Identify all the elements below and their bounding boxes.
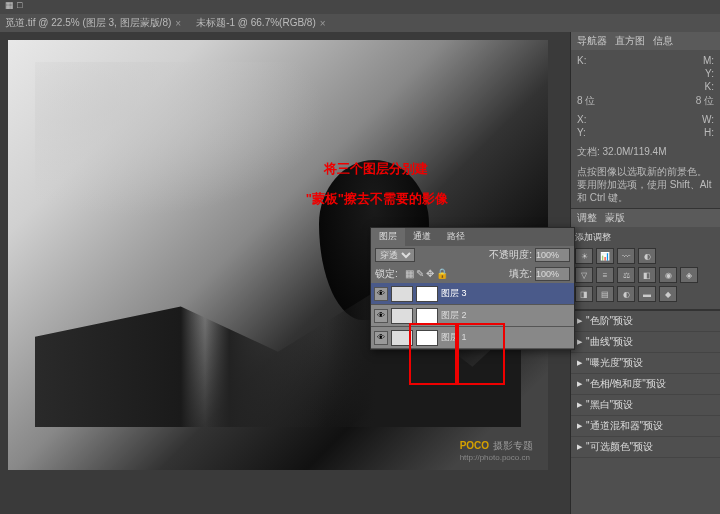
visibility-icon[interactable]: 👁: [374, 287, 388, 301]
layer-mask-thumbnail[interactable]: [416, 330, 438, 346]
preset-list: ▶"色阶"预设 ▶"曲线"预设 ▶"曝光度"预设 ▶"色相/饱和度"预设 ▶"黑…: [571, 310, 720, 458]
watermark: POCO 摄影专题 http://photo.poco.cn: [460, 436, 533, 462]
info-panel-tabs: 导航器 直方图 信息: [571, 32, 720, 50]
preset-item[interactable]: ▶"可选颜色"预设: [571, 437, 720, 458]
layer-name: 图层 1: [441, 331, 467, 344]
channel-mixer-icon[interactable]: ◈: [680, 267, 698, 283]
tab-layers[interactable]: 图层: [371, 228, 405, 246]
chevron-right-icon: ▶: [577, 359, 582, 367]
preset-item[interactable]: ▶"色相/饱和度"预设: [571, 374, 720, 395]
preset-item[interactable]: ▶"色阶"预设: [571, 311, 720, 332]
vibrance-icon[interactable]: ▽: [575, 267, 593, 283]
layer-thumbnail[interactable]: [391, 308, 413, 324]
threshold-icon[interactable]: ◐: [617, 286, 635, 302]
tab-channels[interactable]: 通道: [405, 228, 439, 246]
close-icon[interactable]: ×: [175, 18, 181, 29]
layer-name: 图层 3: [441, 287, 467, 300]
tab-info[interactable]: 信息: [653, 34, 673, 48]
tab-histogram[interactable]: 直方图: [615, 34, 645, 48]
fill-input[interactable]: [535, 267, 570, 281]
lock-position-icon[interactable]: ✥: [426, 268, 434, 279]
layer-name: 图层 2: [441, 309, 467, 322]
workspace-icon[interactable]: ▦: [5, 0, 14, 14]
preset-item[interactable]: ▶"曝光度"预设: [571, 353, 720, 374]
hue-icon[interactable]: ≡: [596, 267, 614, 283]
adjust-title: 添加调整: [575, 231, 716, 244]
menubar: ▦ □: [0, 0, 720, 14]
layer-item[interactable]: 👁 图层 2: [371, 305, 574, 327]
blend-row: 穿透 不透明度:: [371, 246, 574, 264]
preset-item[interactable]: ▶"通道混和器"预设: [571, 416, 720, 437]
document-tabbar: 觅道.tif @ 22.5% (图层 3, 图层蒙版/8) × 未标题-1 @ …: [0, 14, 720, 32]
lock-pixels-icon[interactable]: ✎: [416, 268, 424, 279]
levels-icon[interactable]: 📊: [596, 248, 614, 264]
visibility-icon[interactable]: 👁: [374, 309, 388, 323]
tab-navigator[interactable]: 导航器: [577, 34, 607, 48]
doc-size: 文档: 32.0M/119.4M: [577, 145, 714, 159]
layer-item[interactable]: 👁 图层 3: [371, 283, 574, 305]
tab-masks[interactable]: 蒙版: [605, 211, 625, 225]
layer-mask-thumbnail[interactable]: [416, 308, 438, 324]
blend-mode-select[interactable]: 穿透: [375, 248, 415, 262]
opacity-label: 不透明度:: [489, 248, 532, 262]
opacity-input[interactable]: [535, 248, 570, 262]
invert-icon[interactable]: ◨: [575, 286, 593, 302]
fill-label: 填充:: [509, 267, 532, 281]
document-tab[interactable]: 觅道.tif @ 22.5% (图层 3, 图层蒙版/8) ×: [5, 16, 181, 30]
document-tab[interactable]: 未标题-1 @ 66.7%(RGB/8) ×: [196, 16, 325, 30]
layer-item[interactable]: 👁 图层 1: [371, 327, 574, 349]
chevron-right-icon: ▶: [577, 380, 582, 388]
close-icon[interactable]: ×: [320, 18, 326, 29]
layer-thumbnail[interactable]: [391, 330, 413, 346]
chevron-right-icon: ▶: [577, 422, 582, 430]
gradient-map-icon[interactable]: ▬: [638, 286, 656, 302]
preset-item[interactable]: ▶"曲线"预设: [571, 332, 720, 353]
canvas-area: 思缘设计论坛 WWW.MISSYUAN.COM 将三个图层分别建 "蒙板"擦去不…: [0, 32, 570, 514]
lock-transparency-icon[interactable]: ▦: [405, 268, 414, 279]
tab-label: 觅道.tif @ 22.5% (图层 3, 图层蒙版/8): [5, 16, 171, 30]
selective-color-icon[interactable]: ◆: [659, 286, 677, 302]
info-hint: 点按图像以选取新的前景色。要用附加选项，使用 Shift、Alt 和 Ctrl …: [577, 165, 714, 204]
tab-label: 未标题-1 @ 66.7%(RGB/8): [196, 16, 316, 30]
exposure-icon[interactable]: ◐: [638, 248, 656, 264]
annotation-text: 将三个图层分别建: [324, 160, 428, 178]
chevron-right-icon: ▶: [577, 401, 582, 409]
tab-adjustments[interactable]: 调整: [577, 211, 597, 225]
color-balance-icon[interactable]: ⚖: [617, 267, 635, 283]
adjust-panel-tabs: 调整 蒙版: [571, 209, 720, 227]
layer-thumbnail[interactable]: [391, 286, 413, 302]
right-panels: 导航器 直方图 信息 K:M: Y: K: 8 位8 位 X:W: Y:H: 文…: [570, 32, 720, 514]
annotation-text: "蒙板"擦去不需要的影像: [306, 190, 448, 208]
screen-mode-icon[interactable]: □: [17, 0, 22, 14]
chevron-right-icon: ▶: [577, 317, 582, 325]
curves-icon[interactable]: 〰: [617, 248, 635, 264]
chevron-right-icon: ▶: [577, 443, 582, 451]
info-panel: K:M: Y: K: 8 位8 位 X:W: Y:H: 文档: 32.0M/11…: [571, 50, 720, 209]
layer-mask-thumbnail[interactable]: [416, 286, 438, 302]
workspace: 思缘设计论坛 WWW.MISSYUAN.COM 将三个图层分别建 "蒙板"擦去不…: [0, 32, 720, 514]
lock-all-icon[interactable]: 🔒: [436, 268, 448, 279]
layer-list: 👁 图层 3 👁 图层 2 👁 图层 1: [371, 283, 574, 349]
lock-row: 锁定: ▦ ✎ ✥ 🔒 填充:: [371, 264, 574, 283]
visibility-icon[interactable]: 👁: [374, 331, 388, 345]
adjustments-panel: 添加调整 ☀ 📊 〰 ◐ ▽ ≡ ⚖ ◧ ◉ ◈ ◨ ▤ ◐ ▬ ◆: [571, 227, 720, 310]
chevron-right-icon: ▶: [577, 338, 582, 346]
lock-label: 锁定:: [375, 267, 398, 281]
panel-tabs: 图层 通道 路径: [371, 228, 574, 246]
preset-item[interactable]: ▶"黑白"预设: [571, 395, 720, 416]
lock-icons: ▦ ✎ ✥ 🔒: [401, 266, 452, 281]
brightness-icon[interactable]: ☀: [575, 248, 593, 264]
bw-icon[interactable]: ◧: [638, 267, 656, 283]
tab-paths[interactable]: 路径: [439, 228, 473, 246]
posterize-icon[interactable]: ▤: [596, 286, 614, 302]
layers-panel: 图层 通道 路径 穿透 不透明度: 锁定: ▦ ✎ ✥ 🔒 填充:: [370, 227, 575, 350]
photo-filter-icon[interactable]: ◉: [659, 267, 677, 283]
